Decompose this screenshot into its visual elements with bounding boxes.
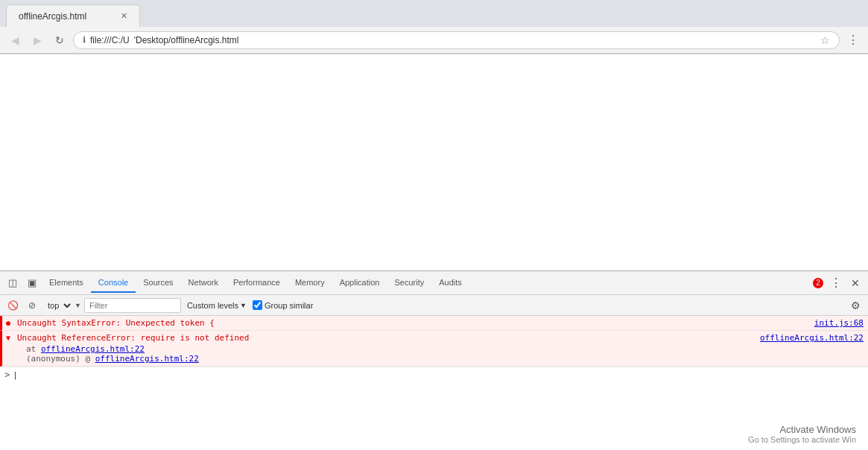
console-cursor: |	[13, 370, 18, 380]
group-similar-checkbox[interactable]	[253, 300, 262, 310]
activate-windows-text: Activate Windows Go to Settings to activ…	[748, 424, 856, 444]
address-prefix: file:///C:/U	[90, 35, 130, 45]
console-settings-button[interactable]: ⚙	[847, 297, 864, 314]
devtools-inspect-button[interactable]: ▣	[22, 273, 42, 293]
tab-console[interactable]: Console	[91, 273, 136, 293]
address-secure-icon: ℹ	[83, 35, 86, 45]
address-bar[interactable]: ℹ file:///C:/U'Desktop/offlineArcgis.htm…	[73, 31, 840, 49]
browser-tab[interactable]: offlineArcgis.html ✕	[6, 4, 140, 27]
custom-levels-dropdown-icon: ▼	[240, 302, 247, 309]
page-content	[0, 54, 868, 270]
address-text: 'Desktop/offlineArcgis.html	[134, 35, 239, 45]
devtools-more-button[interactable]: ⋮	[826, 273, 846, 293]
console-error-2-header: Uncaught ReferenceError: require is not …	[17, 333, 864, 343]
group-similar-text: Group similar	[264, 301, 313, 310]
tab-memory[interactable]: Memory	[288, 273, 332, 293]
custom-levels-button[interactable]: Custom levels ▼	[184, 300, 250, 311]
activate-line1: Activate Windows	[748, 424, 856, 435]
error-arrow-2: ▼	[6, 334, 10, 342]
tab-network[interactable]: Network	[181, 273, 226, 293]
console-error-1: ● Uncaught SyntaxError: Unexpected token…	[0, 316, 868, 331]
tab-security[interactable]: Security	[387, 273, 431, 293]
console-error-2-content: Uncaught ReferenceError: require is not …	[17, 333, 864, 364]
bookmark-star-icon[interactable]: ☆	[820, 34, 830, 46]
console-filter-toggle[interactable]: ⊘	[24, 297, 40, 314]
tab-performance[interactable]: Performance	[226, 273, 288, 293]
back-button[interactable]: ◀	[6, 31, 24, 49]
devtools-tabs-bar: ◫ ▣ Elements Console Sources Network Per…	[0, 271, 868, 295]
reload-button[interactable]: ↻	[51, 31, 69, 49]
activate-windows-watermark: Activate Windows Go to Settings to activ…	[736, 418, 868, 450]
console-source-1[interactable]: init.js:68	[814, 318, 864, 328]
error-count-badge: 2	[813, 278, 823, 288]
devtools-close-button[interactable]: ✕	[846, 273, 865, 293]
tab-close-button[interactable]: ✕	[121, 11, 127, 21]
console-stack-line-2: (anonymous) @ offlineArcgis.html:22	[17, 354, 864, 364]
console-error-2: ▼ Uncaught ReferenceError: require is no…	[0, 331, 868, 367]
activate-line2: Go to Settings to activate Win	[748, 435, 856, 444]
address-bar-row: ◀ ▶ ↻ ℹ file:///C:/U'Desktop/offlineArcg…	[0, 27, 868, 54]
context-dropdown-icon: ▼	[75, 302, 81, 309]
console-stack-line-1: at offlineArcgis.html:22	[17, 344, 864, 354]
console-prompt-icon: >	[4, 370, 10, 380]
tab-bar: offlineArcgis.html ✕	[0, 0, 868, 27]
devtools-dock-button[interactable]: ◫	[3, 273, 22, 293]
chrome-menu-button[interactable]: ⋮	[844, 31, 862, 49]
console-stack-link-2[interactable]: offlineArcgis.html:22	[95, 354, 199, 364]
console-error-2-stack: at offlineArcgis.html:22 (anonymous) @ o…	[17, 343, 864, 364]
error-badge[interactable]: 2	[810, 276, 826, 290]
context-selector-wrapper: top ▼	[43, 299, 81, 312]
browser-chrome: offlineArcgis.html ✕ ◀ ▶ ↻ ℹ file:///C:/…	[0, 0, 868, 54]
console-filter-input[interactable]	[84, 298, 181, 313]
console-error-msg-2: Uncaught ReferenceError: require is not …	[17, 333, 760, 343]
console-toolbar: 🚫 ⊘ top ▼ Custom levels ▼ Group similar …	[0, 295, 868, 316]
tab-title: offlineArcgis.html	[19, 11, 86, 22]
console-error-msg-1: Uncaught SyntaxError: Unexpected token {	[17, 318, 814, 328]
context-selector[interactable]: top	[43, 299, 73, 312]
forward-button[interactable]: ▶	[28, 31, 46, 49]
custom-levels-label: Custom levels	[187, 301, 238, 310]
group-similar-label[interactable]: Group similar	[253, 300, 313, 310]
error-icon-1: ●	[6, 319, 10, 327]
console-input-row[interactable]: > |	[0, 367, 868, 382]
tab-audits[interactable]: Audits	[431, 273, 469, 293]
tab-sources[interactable]: Sources	[136, 273, 180, 293]
console-stack-link-1[interactable]: offlineArcgis.html:22	[41, 344, 145, 354]
tab-elements[interactable]: Elements	[42, 273, 91, 293]
console-clear-button[interactable]: 🚫	[4, 297, 21, 314]
console-source-2[interactable]: offlineArcgis.html:22	[760, 333, 864, 343]
tab-application[interactable]: Application	[332, 273, 387, 293]
